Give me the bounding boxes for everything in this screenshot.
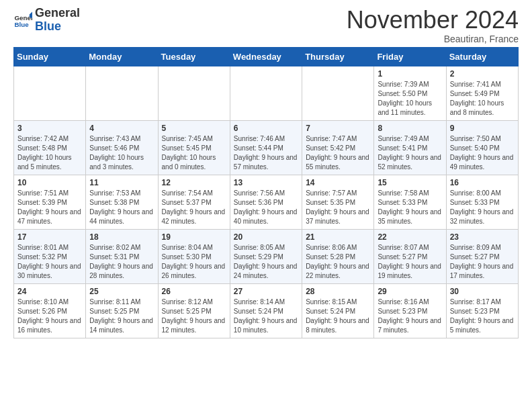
logo-blue: Blue xyxy=(35,20,80,34)
day-number: 14 xyxy=(306,178,370,187)
day-number: 7 xyxy=(306,124,370,133)
calendar-cell: 22Sunrise: 8:07 AM Sunset: 5:27 PM Dayli… xyxy=(374,229,446,283)
calendar-cell: 13Sunrise: 7:56 AM Sunset: 5:36 PM Dayli… xyxy=(230,175,302,229)
day-number: 3 xyxy=(17,124,82,133)
svg-marker-2 xyxy=(30,11,32,18)
calendar-cell: 27Sunrise: 8:14 AM Sunset: 5:24 PM Dayli… xyxy=(230,283,302,338)
location: Beautiran, France xyxy=(347,34,519,44)
day-info: Sunrise: 8:16 AM Sunset: 5:23 PM Dayligh… xyxy=(378,298,442,335)
day-info: Sunrise: 8:07 AM Sunset: 5:27 PM Dayligh… xyxy=(378,243,442,281)
day-number: 2 xyxy=(450,69,515,79)
logo: General Blue General Blue xyxy=(13,7,80,34)
day-number: 16 xyxy=(450,178,515,187)
day-info: Sunrise: 7:50 AM Sunset: 5:40 PM Dayligh… xyxy=(450,134,515,172)
calendar-cell: 4Sunrise: 7:43 AM Sunset: 5:46 PM Daylig… xyxy=(86,120,158,175)
calendar-cell: 6Sunrise: 7:46 AM Sunset: 5:44 PM Daylig… xyxy=(230,120,302,175)
day-number: 1 xyxy=(378,69,442,79)
calendar-cell xyxy=(302,66,374,120)
calendar-cell: 12Sunrise: 7:54 AM Sunset: 5:37 PM Dayli… xyxy=(158,175,230,229)
calendar-cell: 2Sunrise: 7:41 AM Sunset: 5:49 PM Daylig… xyxy=(446,66,518,120)
day-info: Sunrise: 8:15 AM Sunset: 5:24 PM Dayligh… xyxy=(306,298,370,335)
calendar-cell: 16Sunrise: 8:00 AM Sunset: 5:33 PM Dayli… xyxy=(446,175,518,229)
day-info: Sunrise: 8:06 AM Sunset: 5:28 PM Dayligh… xyxy=(306,243,370,281)
calendar-cell: 5Sunrise: 7:45 AM Sunset: 5:45 PM Daylig… xyxy=(158,120,230,175)
calendar-cell: 1Sunrise: 7:39 AM Sunset: 5:50 PM Daylig… xyxy=(374,66,446,120)
day-number: 11 xyxy=(89,178,154,187)
day-info: Sunrise: 7:58 AM Sunset: 5:33 PM Dayligh… xyxy=(378,189,442,226)
calendar-header: SundayMondayTuesdayWednesdayThursdayFrid… xyxy=(14,47,519,66)
day-info: Sunrise: 8:02 AM Sunset: 5:31 PM Dayligh… xyxy=(89,243,154,281)
week-row-2: 3Sunrise: 7:42 AM Sunset: 5:48 PM Daylig… xyxy=(14,120,519,175)
day-number: 13 xyxy=(234,178,298,187)
month-title: November 2024 xyxy=(347,7,519,34)
calendar-cell: 30Sunrise: 8:17 AM Sunset: 5:23 PM Dayli… xyxy=(446,283,518,338)
day-number: 10 xyxy=(17,178,82,187)
header: General Blue General Blue November 2024 … xyxy=(13,7,519,44)
calendar-cell: 20Sunrise: 8:05 AM Sunset: 5:29 PM Dayli… xyxy=(230,229,302,283)
day-number: 24 xyxy=(17,287,82,296)
day-info: Sunrise: 7:57 AM Sunset: 5:35 PM Dayligh… xyxy=(306,189,370,226)
calendar-cell: 21Sunrise: 8:06 AM Sunset: 5:28 PM Dayli… xyxy=(302,229,374,283)
svg-text:Blue: Blue xyxy=(14,21,29,28)
week-row-4: 17Sunrise: 8:01 AM Sunset: 5:32 PM Dayli… xyxy=(14,229,519,283)
day-info: Sunrise: 8:04 AM Sunset: 5:30 PM Dayligh… xyxy=(162,243,226,281)
day-info: Sunrise: 7:41 AM Sunset: 5:49 PM Dayligh… xyxy=(450,80,515,118)
calendar-cell: 24Sunrise: 8:10 AM Sunset: 5:26 PM Dayli… xyxy=(14,283,86,338)
day-number: 15 xyxy=(378,178,442,187)
day-info: Sunrise: 7:51 AM Sunset: 5:39 PM Dayligh… xyxy=(17,189,82,226)
calendar-cell: 3Sunrise: 7:42 AM Sunset: 5:48 PM Daylig… xyxy=(14,120,86,175)
calendar-cell: 28Sunrise: 8:15 AM Sunset: 5:24 PM Dayli… xyxy=(302,283,374,338)
day-info: Sunrise: 7:47 AM Sunset: 5:42 PM Dayligh… xyxy=(306,134,370,172)
header-day-monday: Monday xyxy=(86,47,158,66)
calendar-body: 1Sunrise: 7:39 AM Sunset: 5:50 PM Daylig… xyxy=(14,66,519,338)
logo-general: General xyxy=(35,7,80,20)
calendar-cell: 11Sunrise: 7:53 AM Sunset: 5:38 PM Dayli… xyxy=(86,175,158,229)
day-number: 21 xyxy=(306,232,370,242)
day-info: Sunrise: 8:05 AM Sunset: 5:29 PM Dayligh… xyxy=(234,243,298,281)
title-block: November 2024 Beautiran, France xyxy=(347,7,519,44)
day-info: Sunrise: 7:45 AM Sunset: 5:45 PM Dayligh… xyxy=(162,134,226,172)
day-info: Sunrise: 7:49 AM Sunset: 5:41 PM Dayligh… xyxy=(378,134,442,172)
day-info: Sunrise: 8:17 AM Sunset: 5:23 PM Dayligh… xyxy=(450,298,515,335)
calendar-cell: 19Sunrise: 8:04 AM Sunset: 5:30 PM Dayli… xyxy=(158,229,230,283)
calendar-cell: 25Sunrise: 8:11 AM Sunset: 5:25 PM Dayli… xyxy=(86,283,158,338)
calendar-cell xyxy=(158,66,230,120)
calendar-cell: 26Sunrise: 8:12 AM Sunset: 5:25 PM Dayli… xyxy=(158,283,230,338)
day-number: 17 xyxy=(17,232,82,242)
calendar-cell: 17Sunrise: 8:01 AM Sunset: 5:32 PM Dayli… xyxy=(14,229,86,283)
day-number: 29 xyxy=(378,287,442,296)
day-info: Sunrise: 8:01 AM Sunset: 5:32 PM Dayligh… xyxy=(17,243,82,281)
day-info: Sunrise: 7:46 AM Sunset: 5:44 PM Dayligh… xyxy=(234,134,298,172)
calendar-cell: 14Sunrise: 7:57 AM Sunset: 5:35 PM Dayli… xyxy=(302,175,374,229)
day-number: 9 xyxy=(450,124,515,133)
calendar-cell: 8Sunrise: 7:49 AM Sunset: 5:41 PM Daylig… xyxy=(374,120,446,175)
day-info: Sunrise: 7:39 AM Sunset: 5:50 PM Dayligh… xyxy=(378,80,442,118)
calendar-cell xyxy=(86,66,158,120)
day-number: 23 xyxy=(450,232,515,242)
day-info: Sunrise: 7:54 AM Sunset: 5:37 PM Dayligh… xyxy=(162,189,226,226)
day-number: 26 xyxy=(162,287,226,296)
day-number: 28 xyxy=(306,287,370,296)
calendar-table: SundayMondayTuesdayWednesdayThursdayFrid… xyxy=(13,47,519,338)
day-number: 4 xyxy=(89,124,154,133)
day-number: 6 xyxy=(234,124,298,133)
header-day-sunday: Sunday xyxy=(14,47,86,66)
day-info: Sunrise: 8:10 AM Sunset: 5:26 PM Dayligh… xyxy=(17,298,82,335)
calendar-cell: 9Sunrise: 7:50 AM Sunset: 5:40 PM Daylig… xyxy=(446,120,518,175)
day-number: 18 xyxy=(89,232,154,242)
header-row: SundayMondayTuesdayWednesdayThursdayFrid… xyxy=(14,47,519,66)
day-number: 25 xyxy=(89,287,154,296)
day-info: Sunrise: 8:00 AM Sunset: 5:33 PM Dayligh… xyxy=(450,189,515,226)
calendar-cell: 23Sunrise: 8:09 AM Sunset: 5:27 PM Dayli… xyxy=(446,229,518,283)
day-number: 8 xyxy=(378,124,442,133)
day-info: Sunrise: 8:14 AM Sunset: 5:24 PM Dayligh… xyxy=(234,298,298,335)
week-row-5: 24Sunrise: 8:10 AM Sunset: 5:26 PM Dayli… xyxy=(14,283,519,338)
calendar-cell xyxy=(14,66,86,120)
day-number: 5 xyxy=(162,124,226,133)
calendar-cell: 18Sunrise: 8:02 AM Sunset: 5:31 PM Dayli… xyxy=(86,229,158,283)
day-info: Sunrise: 8:12 AM Sunset: 5:25 PM Dayligh… xyxy=(162,298,226,335)
week-row-1: 1Sunrise: 7:39 AM Sunset: 5:50 PM Daylig… xyxy=(14,66,519,120)
day-number: 27 xyxy=(234,287,298,296)
day-number: 30 xyxy=(450,287,515,296)
header-day-wednesday: Wednesday xyxy=(230,47,302,66)
